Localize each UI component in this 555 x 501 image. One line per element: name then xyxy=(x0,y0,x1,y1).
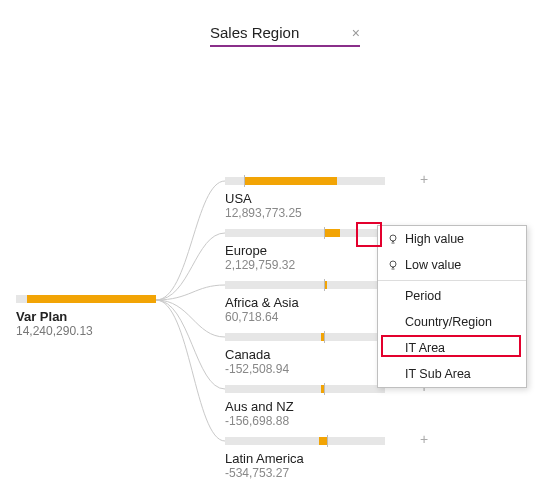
child-bar xyxy=(225,281,385,289)
breakdown-field-pill[interactable]: Sales Region × xyxy=(210,24,360,47)
child-bar xyxy=(225,385,385,393)
menu-item-period[interactable]: Period xyxy=(378,283,526,309)
root-value: 14,240,290.13 xyxy=(16,324,156,338)
split-menu: High value Low value Period Country/Regi… xyxy=(377,225,527,388)
menu-item-label: IT Area xyxy=(405,341,445,355)
child-bar xyxy=(225,229,385,237)
menu-item-it-sub-area[interactable]: IT Sub Area xyxy=(378,361,526,387)
menu-item-label: IT Sub Area xyxy=(405,367,471,381)
svg-point-1 xyxy=(390,261,396,267)
child-name: USA xyxy=(225,191,425,206)
menu-item-it-area[interactable]: IT Area xyxy=(378,335,526,361)
bulb-icon xyxy=(386,259,399,272)
menu-item-low-value[interactable]: Low value xyxy=(378,252,526,278)
menu-item-label: Period xyxy=(405,289,441,303)
child-bar xyxy=(225,437,385,445)
expand-icon[interactable]: + xyxy=(420,432,428,446)
root-node[interactable]: Var Plan 14,240,290.13 xyxy=(16,295,156,338)
breakdown-field-label: Sales Region xyxy=(210,24,299,41)
child-value: 12,893,773.25 xyxy=(225,206,425,220)
child-value: -156,698.88 xyxy=(225,414,425,428)
child-value: -534,753.27 xyxy=(225,466,425,480)
child-bar xyxy=(225,333,385,341)
menu-item-label: Country/Region xyxy=(405,315,492,329)
child-name: Latin America xyxy=(225,451,425,466)
svg-point-0 xyxy=(390,235,396,241)
menu-separator xyxy=(378,280,526,281)
child-bar xyxy=(225,177,385,185)
menu-item-country-region[interactable]: Country/Region xyxy=(378,309,526,335)
expand-icon[interactable]: + xyxy=(420,172,428,186)
root-bar xyxy=(16,295,156,303)
menu-item-high-value[interactable]: High value xyxy=(378,226,526,252)
child-node[interactable]: +USA12,893,773.25 xyxy=(225,175,425,220)
child-node[interactable]: +Aus and NZ-156,698.88 xyxy=(225,383,425,428)
child-node[interactable]: +Latin America-534,753.27 xyxy=(225,435,425,480)
child-name: Aus and NZ xyxy=(225,399,425,414)
close-icon[interactable]: × xyxy=(352,25,360,41)
bulb-icon xyxy=(386,233,399,246)
menu-item-label: Low value xyxy=(405,258,461,272)
root-name: Var Plan xyxy=(16,309,156,324)
menu-item-label: High value xyxy=(405,232,464,246)
